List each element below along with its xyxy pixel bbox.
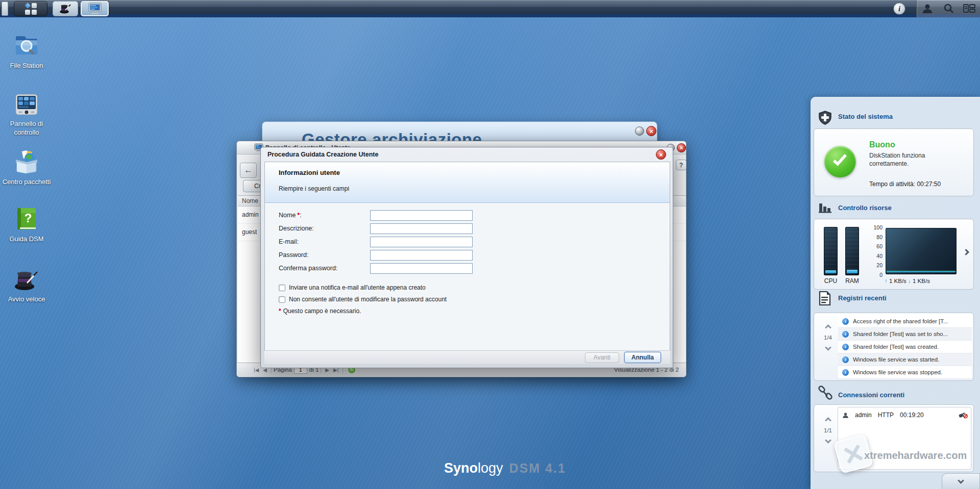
log-entry[interactable]: iShared folder [Test] was set to sho... bbox=[838, 328, 972, 341]
brand-text-bold: Syno bbox=[444, 460, 478, 476]
cpu-label: CPU bbox=[824, 277, 838, 285]
back-button[interactable]: ← bbox=[240, 163, 257, 178]
user-menu-button[interactable] bbox=[920, 2, 935, 15]
dsm-help-icon: ? bbox=[15, 207, 38, 231]
dsm-logo: SynologyDSM 4.1 bbox=[444, 460, 566, 476]
desktop-icon-package-center[interactable]: Centro pacchetti bbox=[0, 150, 53, 187]
scroll-up-icon[interactable] bbox=[825, 417, 831, 424]
axis-tick: 20 bbox=[865, 262, 883, 268]
info-icon: i bbox=[842, 318, 849, 325]
help-button[interactable]: ? bbox=[676, 160, 687, 170]
name-field[interactable] bbox=[370, 210, 473, 221]
magic-hat-icon bbox=[14, 268, 39, 291]
desktop-icon-control-panel[interactable]: Pannello di controllo bbox=[0, 93, 53, 137]
info-icon: i bbox=[842, 344, 849, 350]
close-icon[interactable]: × bbox=[656, 149, 666, 160]
description-field[interactable] bbox=[370, 223, 473, 234]
notify-email-label: Inviare una notifica e-mail all'utente a… bbox=[289, 284, 426, 291]
axis-tick: 100 bbox=[865, 224, 883, 230]
log-entry[interactable]: iWindows file service was started. bbox=[838, 353, 972, 366]
system-status-description: DiskStation funziona correttamente. bbox=[869, 152, 953, 168]
dialog-content: Informazioni utente Riempire i seguenti … bbox=[264, 162, 670, 351]
resource-monitor-title: Controllo risorse bbox=[838, 204, 892, 212]
uptime-label: Tempo di attività: bbox=[869, 181, 915, 188]
connections-title: Connessioni correnti bbox=[838, 391, 904, 399]
email-field[interactable] bbox=[370, 237, 473, 247]
system-status-title: Stato del sistema bbox=[838, 113, 893, 120]
upload-value: 1 KB/s bbox=[889, 278, 906, 284]
confirm-password-label: Conferma password: bbox=[279, 265, 337, 272]
package-center-icon bbox=[14, 150, 39, 174]
main-menu-button[interactable] bbox=[14, 1, 47, 16]
widget-panel-collapse-tab[interactable] bbox=[942, 473, 980, 489]
log-entry[interactable]: iShared folder [Test] was created. bbox=[838, 341, 972, 353]
scroll-down-icon[interactable] bbox=[825, 344, 831, 351]
pilot-view-button[interactable] bbox=[962, 2, 977, 15]
chevron-down-icon bbox=[958, 477, 964, 484]
axis-tick: 60 bbox=[865, 243, 883, 249]
form-row-description: Descrizione: bbox=[265, 223, 670, 236]
connection-protocol: HTTP bbox=[878, 411, 894, 419]
svg-text:?: ? bbox=[24, 211, 32, 225]
desktop-icon-dsm-help[interactable]: ? Guida DSM bbox=[0, 207, 53, 244]
control-panel-icon bbox=[14, 93, 39, 116]
disallow-password-change-checkbox[interactable] bbox=[279, 296, 285, 303]
status-ok-icon bbox=[824, 146, 856, 177]
uptime-value: 00:27:50 bbox=[917, 181, 941, 188]
minimize-button[interactable] bbox=[635, 126, 644, 136]
confirm-password-field[interactable] bbox=[370, 263, 473, 274]
logs-page-indicator: 1/4 bbox=[824, 334, 832, 341]
search-button[interactable] bbox=[941, 2, 957, 15]
dialog-button-bar: Avanti Annulla bbox=[264, 350, 670, 364]
resource-monitor-widget: CPU RAM 100 80 60 40 20 0 ↑ 1 KB/s ↓ 1 K… bbox=[814, 219, 974, 290]
axis-tick: 40 bbox=[865, 253, 883, 259]
log-entry[interactable]: iWindows file service was stopped. bbox=[838, 366, 972, 379]
disallow-password-change-label: Non consente all'utente di modificare la… bbox=[289, 296, 447, 303]
cancel-button[interactable]: Annulla bbox=[624, 352, 661, 363]
info-icon: i bbox=[842, 369, 849, 376]
dialog-titlebar[interactable]: Procedura Guidata Creazione Utente × bbox=[261, 147, 673, 162]
show-desktop-button[interactable] bbox=[2, 2, 8, 16]
required-asterisk: * bbox=[279, 307, 281, 315]
info-icon: i bbox=[842, 356, 849, 363]
ram-gauge bbox=[845, 227, 859, 275]
password-field[interactable] bbox=[370, 250, 473, 261]
pilot-view-icon bbox=[963, 4, 975, 14]
desktop-icon-quick-start[interactable]: Avvio veloce bbox=[0, 268, 53, 304]
watermark-text: xtremehardware.com bbox=[864, 450, 967, 461]
notify-email-checkbox[interactable] bbox=[279, 285, 285, 291]
wizard-subheading: Riempire i seguenti campi bbox=[279, 185, 349, 192]
desktop-icon-file-station[interactable]: File Station bbox=[0, 32, 53, 70]
info-button[interactable]: i bbox=[893, 3, 905, 15]
desktop-icon-label: Centro pacchetti bbox=[0, 178, 53, 187]
desktop-icon-label: Avvio veloce bbox=[0, 295, 53, 304]
main-menu-icon bbox=[25, 3, 37, 15]
scroll-down-icon[interactable] bbox=[825, 437, 831, 444]
connections-icon bbox=[817, 385, 834, 402]
next-button[interactable]: Avanti bbox=[585, 352, 619, 363]
system-status-widget: Buono DiskStation funziona correttamente… bbox=[814, 128, 974, 196]
log-entry[interactable]: iAccess right of the shared folder [T... bbox=[838, 315, 972, 328]
quick-launch-button[interactable] bbox=[53, 1, 78, 16]
system-status-value: Buono bbox=[869, 140, 895, 149]
network-chart bbox=[886, 228, 957, 274]
back-arrow-icon: ← bbox=[244, 165, 253, 175]
connection-row[interactable]: admin HTTP 00:19:20 bbox=[842, 410, 968, 420]
close-icon[interactable]: × bbox=[646, 126, 656, 136]
scroll-up-icon[interactable] bbox=[825, 324, 831, 331]
ram-label: RAM bbox=[845, 277, 859, 285]
chevron-right-icon[interactable] bbox=[963, 249, 969, 255]
user-creation-wizard-dialog: Procedura Guidata Creazione Utente × Inf… bbox=[260, 147, 673, 368]
upload-arrow-icon: ↑ bbox=[885, 278, 888, 284]
first-page-icon[interactable]: |◀ bbox=[254, 367, 259, 373]
recent-logs-title: Registri recenti bbox=[838, 294, 887, 302]
dialog-title: Procedura Guidata Creazione Utente bbox=[267, 151, 378, 158]
magic-hat-icon bbox=[59, 3, 71, 14]
network-traffic-line bbox=[887, 271, 955, 272]
widget-panel: Stato del sistema Buono DiskStation funz… bbox=[811, 97, 980, 489]
taskbar-storage-manager-button[interactable] bbox=[81, 1, 109, 16]
disconnect-icon[interactable] bbox=[959, 411, 968, 419]
description-label: Descrizione: bbox=[279, 225, 314, 232]
close-icon[interactable]: × bbox=[677, 143, 686, 152]
desktop-icon-label: File Station bbox=[0, 62, 53, 70]
